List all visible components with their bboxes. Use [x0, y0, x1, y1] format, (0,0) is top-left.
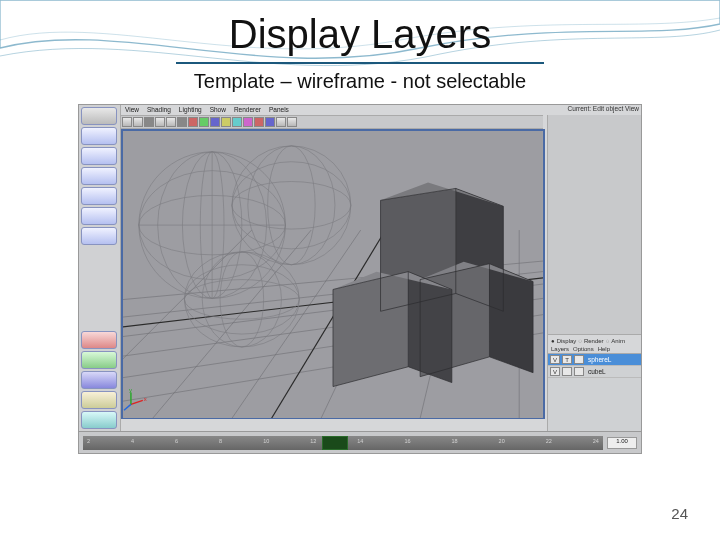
layers-menu-layers[interactable]: Layers: [551, 346, 569, 352]
shelf-button[interactable]: [133, 117, 143, 127]
svg-text:y: y: [129, 387, 132, 393]
tool-recent[interactable]: [81, 371, 117, 389]
layer-row[interactable]: V cubeL: [548, 366, 641, 378]
shelf-button[interactable]: [144, 117, 154, 127]
shelf-button[interactable]: [254, 117, 264, 127]
layer-color-swatch[interactable]: [574, 355, 584, 364]
maya-app-window: View Shading Lighting Show Renderer Pane…: [78, 104, 642, 454]
tool-rotate[interactable]: [81, 167, 117, 185]
layer-name: cubeL: [586, 368, 639, 375]
tool-recent[interactable]: [81, 331, 117, 349]
shelf-button[interactable]: [287, 117, 297, 127]
current-frame-field[interactable]: 1.00: [607, 437, 637, 449]
layer-tab-render[interactable]: Render: [584, 337, 604, 345]
tool-soft[interactable]: [81, 227, 117, 245]
tool-select[interactable]: [81, 107, 117, 125]
layer-list: V T sphereL V cubeL: [548, 353, 641, 431]
shelf-button[interactable]: [188, 117, 198, 127]
slide-subtitle: Template – wireframe - not selectable: [0, 70, 720, 93]
shelf-button[interactable]: [199, 117, 209, 127]
viewport-canvas: x y z: [123, 131, 543, 418]
menu-show[interactable]: Show: [210, 106, 226, 114]
panel-menubar: View Shading Lighting Show Renderer Pane…: [121, 105, 641, 115]
timeline-ruler[interactable]: 24 68 1012 1416 1820 2224: [83, 436, 603, 450]
menu-view[interactable]: View: [125, 106, 139, 114]
svg-marker-39: [333, 272, 408, 387]
svg-marker-37: [489, 264, 533, 373]
time-slider[interactable]: 24 68 1012 1416 1820 2224 1.00: [79, 431, 641, 453]
shelf: [121, 115, 543, 129]
shelf-button[interactable]: [276, 117, 286, 127]
timeline-scrub-handle[interactable]: [322, 436, 348, 450]
shelf-button[interactable]: [177, 117, 187, 127]
layer-tab-display[interactable]: Display: [557, 337, 577, 345]
layer-editor: ● Display ○ Render ○ Anim Layers Options…: [548, 335, 641, 431]
menu-lighting[interactable]: Lighting: [179, 106, 202, 114]
shelf-button[interactable]: [210, 117, 220, 127]
tool-recent[interactable]: [81, 391, 117, 409]
layer-type-toggle[interactable]: [562, 367, 572, 376]
layer-type-toggle[interactable]: T: [562, 355, 572, 364]
tool-move[interactable]: [81, 147, 117, 165]
layer-row[interactable]: V T sphereL: [548, 354, 641, 366]
shelf-button[interactable]: [265, 117, 275, 127]
layers-menu-options[interactable]: Options: [573, 346, 594, 352]
title-underline: [176, 62, 544, 64]
svg-text:x: x: [144, 396, 147, 402]
shelf-button[interactable]: [221, 117, 231, 127]
right-column: ● Display ○ Render ○ Anim Layers Options…: [547, 115, 641, 431]
menu-renderer[interactable]: Renderer: [234, 106, 261, 114]
camera-label: Current: Edit object View: [568, 105, 639, 112]
layers-menu-help[interactable]: Help: [598, 346, 610, 352]
layer-name: sphereL: [586, 356, 639, 363]
tool-scale[interactable]: [81, 187, 117, 205]
layer-visibility-toggle[interactable]: V: [550, 367, 560, 376]
page-number: 24: [671, 505, 688, 522]
layer-color-swatch[interactable]: [574, 367, 584, 376]
shelf-button[interactable]: [166, 117, 176, 127]
channel-box[interactable]: [548, 115, 641, 335]
layer-tab-anim[interactable]: Anim: [611, 337, 625, 345]
menu-panels[interactable]: Panels: [269, 106, 289, 114]
tool-recent[interactable]: [81, 411, 117, 429]
layer-visibility-toggle[interactable]: V: [550, 355, 560, 364]
shelf-button[interactable]: [122, 117, 132, 127]
slide-title: Display Layers: [0, 12, 720, 57]
tool-recent[interactable]: [81, 351, 117, 369]
menu-shading[interactable]: Shading: [147, 106, 171, 114]
svg-marker-40: [408, 272, 452, 383]
toolbox: [79, 105, 121, 431]
shelf-button[interactable]: [232, 117, 242, 127]
shelf-button[interactable]: [243, 117, 253, 127]
tool-manip[interactable]: [81, 207, 117, 225]
viewport[interactable]: x y z: [121, 129, 545, 419]
tool-lasso[interactable]: [81, 127, 117, 145]
shelf-button[interactable]: [155, 117, 165, 127]
